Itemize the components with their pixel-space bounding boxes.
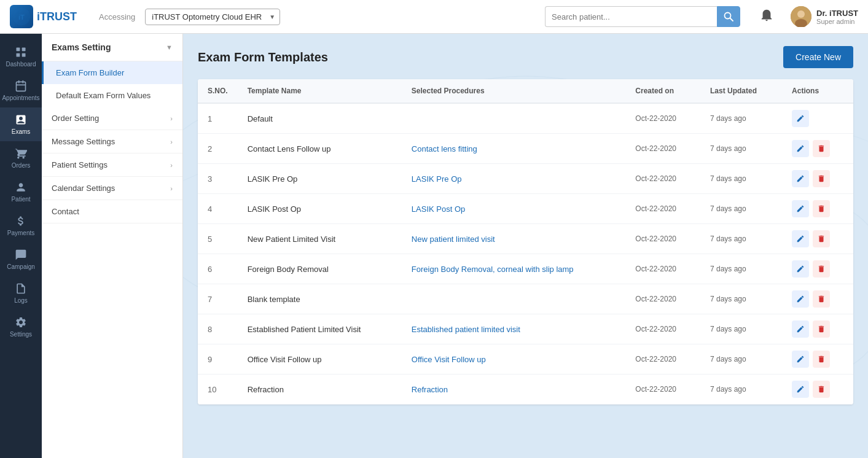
- delete-button[interactable]: [813, 170, 830, 187]
- cell-actions: [782, 224, 853, 254]
- edit-button[interactable]: [792, 260, 809, 278]
- procedures-link[interactable]: Contact lens fitting: [412, 144, 477, 153]
- sidebar-item-patient[interactable]: Patient: [0, 175, 42, 209]
- table-row: 10 Refraction Refraction Oct-22-2020 7 d…: [198, 375, 853, 405]
- delete-button[interactable]: [813, 351, 830, 368]
- settings-icon: [15, 316, 27, 328]
- edit-icon: [796, 295, 805, 303]
- sidebar-item-settings[interactable]: Settings: [0, 310, 42, 344]
- delete-button[interactable]: [813, 260, 830, 278]
- edit-button[interactable]: [792, 110, 809, 127]
- clinic-selector-wrap[interactable]: iTRUST Optometry Cloud EHR: [145, 9, 280, 25]
- procedures-link[interactable]: New patient limited visit: [412, 235, 495, 244]
- procedures-link[interactable]: Foreign Body Removal, corneal with slip …: [412, 265, 574, 274]
- orders-icon: [15, 147, 27, 160]
- sub-sidebar-section-order-setting[interactable]: Order Setting ›: [42, 107, 182, 130]
- cell-sno: 2: [198, 134, 238, 164]
- delete-button[interactable]: [813, 140, 830, 157]
- sidebar-item-dashboard[interactable]: Dashboard: [0, 40, 42, 74]
- sidebar-item-orders[interactable]: Orders: [0, 141, 42, 175]
- search-button[interactable]: [717, 6, 740, 27]
- sub-sidebar-section-calendar-settings[interactable]: Calendar Settings ›: [42, 177, 182, 200]
- procedures-link[interactable]: LASIK Post Op: [412, 204, 465, 214]
- sidebar-label-settings: Settings: [10, 331, 32, 338]
- cell-sno: 10: [198, 375, 238, 405]
- cell-template-name: LASIK Post Op: [238, 194, 402, 224]
- trash-icon: [817, 385, 826, 394]
- action-buttons: [792, 200, 843, 217]
- sidebar-item-payments[interactable]: Payments: [0, 209, 42, 243]
- cell-procedures: [402, 284, 626, 314]
- delete-button[interactable]: [813, 290, 830, 308]
- cell-updated: 7 days ago: [700, 314, 782, 344]
- trash-icon: [817, 235, 826, 243]
- cell-template-name: Foreign Body Removal: [238, 254, 402, 284]
- cell-sno: 8: [198, 314, 238, 344]
- notification-bell[interactable]: [760, 9, 773, 25]
- col-sno: S.NO.: [198, 79, 238, 103]
- cell-procedures: Contact lens fitting: [402, 134, 626, 164]
- delete-button[interactable]: [813, 230, 830, 247]
- sidebar-item-campaign[interactable]: Campaign: [0, 243, 42, 276]
- edit-button[interactable]: [792, 170, 809, 187]
- user-menu[interactable]: Dr. iTRUST Super admin: [791, 6, 858, 27]
- procedures-link[interactable]: Refraction: [412, 385, 448, 394]
- delete-button[interactable]: [813, 200, 830, 217]
- cell-created: Oct-22-2020: [625, 194, 700, 224]
- clinic-selector[interactable]: iTRUST Optometry Cloud EHR: [145, 9, 280, 25]
- chevron-right-icon-2: ›: [170, 138, 173, 146]
- svg-rect-11: [17, 82, 26, 91]
- cell-actions: [782, 314, 853, 344]
- delete-button[interactable]: [813, 381, 830, 398]
- edit-button[interactable]: [792, 290, 809, 308]
- action-buttons: [792, 110, 843, 127]
- sidebar-label-dashboard: Dashboard: [6, 61, 36, 68]
- col-procedures: Selected Procedures: [402, 79, 626, 103]
- sidebar-item-logs[interactable]: Logs: [0, 276, 42, 310]
- create-new-button[interactable]: Create New: [783, 46, 853, 68]
- cell-actions: [782, 375, 853, 405]
- cell-sno: 6: [198, 254, 238, 284]
- cell-sno: 3: [198, 164, 238, 194]
- sub-sidebar-section-message-settings[interactable]: Message Settings ›: [42, 130, 182, 153]
- cell-sno: 9: [198, 344, 238, 375]
- cell-actions: [782, 254, 853, 284]
- procedures-link[interactable]: LASIK Pre Op: [412, 174, 462, 184]
- svg-rect-9: [17, 53, 20, 57]
- edit-button[interactable]: [792, 381, 809, 398]
- action-buttons: [792, 140, 843, 157]
- edit-icon: [796, 325, 805, 333]
- col-updated: Last Updated: [700, 79, 782, 103]
- sub-sidebar-item-default-values[interactable]: Default Exam Form Values: [42, 84, 182, 107]
- cell-procedures: Office Visit Follow up: [402, 344, 626, 375]
- page-title: Exam Form Templates: [198, 50, 328, 64]
- search-input[interactable]: [545, 6, 717, 27]
- main-content: Exam Form Templates Create New S.NO. Tem…: [183, 34, 868, 458]
- sidebar-item-appointments[interactable]: Appointments: [0, 74, 42, 107]
- sub-sidebar-section-patient-settings[interactable]: Patient Settings ›: [42, 153, 182, 177]
- delete-button[interactable]: [813, 320, 830, 338]
- edit-icon: [796, 385, 805, 394]
- edit-button[interactable]: [792, 230, 809, 247]
- chevron-right-icon-3: ›: [170, 161, 173, 169]
- cell-updated: 7 days ago: [700, 134, 782, 164]
- sub-sidebar-section-contact[interactable]: Contact: [42, 200, 182, 223]
- sub-sidebar-item-exam-form-builder[interactable]: Exam Form Builder: [42, 61, 182, 84]
- cell-template-name: LASIK Pre Op: [238, 164, 402, 194]
- sidebar-item-exams[interactable]: Exams: [0, 107, 42, 141]
- sidebar-label-logs: Logs: [14, 297, 28, 304]
- edit-button[interactable]: [792, 351, 809, 368]
- edit-button[interactable]: [792, 320, 809, 338]
- patient-icon: [15, 181, 27, 193]
- edit-button[interactable]: [792, 200, 809, 217]
- col-created: Created on: [625, 79, 700, 103]
- cell-procedures: [402, 103, 626, 134]
- procedures-link[interactable]: Established patient limited visit: [412, 325, 520, 334]
- procedures-link[interactable]: Office Visit Follow up: [412, 355, 486, 364]
- content-inner: Exam Form Templates Create New S.NO. Tem…: [183, 34, 868, 417]
- cell-updated: 7 days ago: [700, 194, 782, 224]
- svg-point-5: [797, 10, 805, 18]
- trash-icon: [817, 174, 826, 183]
- cell-procedures: LASIK Pre Op: [402, 164, 626, 194]
- edit-button[interactable]: [792, 140, 809, 157]
